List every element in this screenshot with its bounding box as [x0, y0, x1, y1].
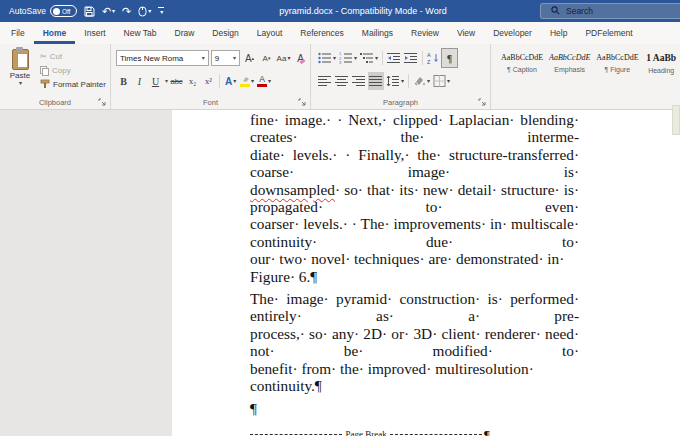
- justify-button[interactable]: [368, 72, 384, 90]
- text-effects-icon: A: [225, 76, 232, 87]
- styles-group: AaBbCcDdE ¶ Caption AaBbCcDdE Emphasis A…: [491, 44, 680, 109]
- increase-indent-button[interactable]: [403, 49, 419, 67]
- style-preview: AaBbCcDdE: [596, 53, 638, 62]
- customize-qat-button[interactable]: ▾: [158, 7, 164, 15]
- font-name-combo[interactable]: Times New Roma ▾: [116, 50, 209, 66]
- tab-help[interactable]: Help: [541, 22, 576, 44]
- clear-formatting-button[interactable]: A: [293, 49, 308, 67]
- style-figure[interactable]: AaBbCcDdE ¶ Figure: [596, 53, 638, 74]
- page-break-dashes: [250, 434, 342, 435]
- redo-button[interactable]: ↷: [122, 6, 131, 17]
- cut-button[interactable]: ✂ Cut: [38, 50, 108, 63]
- italic-button[interactable]: I: [132, 72, 147, 90]
- bullets-icon: [318, 52, 332, 64]
- empty-paragraph-mark: ¶: [250, 400, 579, 417]
- tab-home[interactable]: Home: [34, 22, 76, 44]
- text-effects-button[interactable]: A▾: [223, 72, 238, 90]
- tab-mailings[interactable]: Mailings: [353, 22, 402, 44]
- chevron-down-icon: ▾: [251, 78, 254, 84]
- divider: [219, 74, 220, 88]
- misspelled-word: downsampled: [250, 181, 335, 198]
- caret-down-icon: ▾: [268, 55, 271, 61]
- font-color-button[interactable]: A ▾: [256, 72, 272, 90]
- tab-references[interactable]: References: [291, 22, 352, 44]
- chevron-down-icon: ▾: [268, 78, 271, 84]
- autosave-control[interactable]: AutoSave Off: [9, 5, 77, 17]
- underline-button[interactable]: U: [148, 72, 163, 90]
- style-heading[interactable]: 1 AaBb Heading: [644, 53, 678, 74]
- undo-icon: ↶: [102, 6, 111, 17]
- numbering-button[interactable]: 123 ▾: [338, 49, 358, 67]
- font-size-combo[interactable]: 9 ▾: [211, 50, 240, 66]
- style-emphasis[interactable]: AaBbCcDdE Emphasis: [549, 53, 590, 74]
- line-spacing-button[interactable]: ▾: [385, 72, 405, 90]
- align-left-button[interactable]: [317, 72, 333, 90]
- shrink-font-button[interactable]: A▾: [259, 49, 274, 67]
- highlight-color-button[interactable]: ▾: [239, 72, 255, 90]
- subscript-button[interactable]: x₂: [185, 72, 200, 90]
- bold-button[interactable]: B: [116, 72, 131, 90]
- save-button[interactable]: [84, 6, 95, 17]
- style-preview: 1 AaBb: [644, 53, 678, 63]
- text-line: fine· image.· · Next,· clipped· Laplacia…: [250, 111, 579, 146]
- search-box[interactable]: Search: [540, 3, 680, 19]
- tab-new-tab[interactable]: New Tab: [115, 22, 166, 44]
- superscript-button[interactable]: x²: [201, 72, 216, 90]
- show-formatting-marks-button[interactable]: ¶: [442, 49, 457, 67]
- tab-review[interactable]: Review: [402, 22, 448, 44]
- chevron-down-icon: ▾: [112, 8, 115, 14]
- grow-font-button[interactable]: A▴: [242, 49, 257, 67]
- grow-font-icon: A: [245, 53, 252, 64]
- clipboard-dialog-launcher[interactable]: [98, 98, 107, 107]
- cut-label: Cut: [50, 52, 62, 61]
- decrease-indent-button[interactable]: [386, 49, 402, 67]
- style-label: Heading: [644, 67, 678, 74]
- style-caption[interactable]: AaBbCcDdE ¶ Caption: [501, 53, 543, 74]
- title-bar: AutoSave Off ↶ ▾ ↷ ▾ ▾: [0, 0, 680, 22]
- tab-view[interactable]: View: [448, 22, 484, 44]
- chevron-down-icon: ▾: [401, 78, 404, 84]
- chevron-down-icon: ▾: [333, 55, 336, 61]
- copy-button[interactable]: Copy: [38, 64, 108, 77]
- paragraph-dialog-launcher[interactable]: [478, 98, 487, 107]
- text-line: coarser· levels.· · The· improvements· i…: [250, 215, 579, 250]
- autosave-toggle[interactable]: Off: [50, 5, 77, 17]
- tab-insert[interactable]: Insert: [75, 22, 114, 44]
- align-left-icon: [318, 75, 332, 87]
- paragraph-mark: ¶: [484, 426, 490, 436]
- svg-text:Z: Z: [427, 59, 431, 65]
- divider: [382, 51, 383, 65]
- font-dialog-launcher[interactable]: [298, 98, 307, 107]
- document-page[interactable]: fine· image.· · Next,· clipped· Laplacia…: [172, 110, 680, 436]
- vertical-scrollbar-thumb[interactable]: [672, 105, 680, 135]
- bullets-button[interactable]: ▾: [317, 49, 337, 67]
- sort-button[interactable]: AZ: [426, 49, 441, 67]
- paragraph-group: ▾ 123 ▾ ▾ AZ ¶: [311, 44, 491, 109]
- align-right-button[interactable]: [351, 72, 367, 90]
- chevron-down-icon: ▾: [287, 55, 290, 61]
- paste-label: Paste: [10, 71, 30, 80]
- chevron-down-icon: ▾: [233, 55, 236, 61]
- touch-mouse-mode-button[interactable]: ▾: [138, 6, 151, 17]
- svg-text:3: 3: [339, 60, 342, 64]
- change-case-button[interactable]: Aa▾: [276, 49, 291, 67]
- chevron-down-icon: ▾: [233, 78, 236, 84]
- tab-draw[interactable]: Draw: [166, 22, 204, 44]
- format-painter-button[interactable]: Format Painter: [38, 78, 108, 91]
- shading-button[interactable]: ▾: [412, 72, 431, 90]
- tab-file[interactable]: File: [2, 22, 34, 44]
- borders-button[interactable]: ▾: [432, 72, 451, 90]
- tab-pdfelement[interactable]: PDFelement: [576, 22, 641, 44]
- chevron-down-icon[interactable]: ▾: [165, 78, 168, 84]
- tab-design[interactable]: Design: [203, 22, 247, 44]
- tab-layout[interactable]: Layout: [248, 22, 292, 44]
- tab-developer[interactable]: Developer: [484, 22, 541, 44]
- clipboard-group-label: Clipboard: [39, 98, 71, 107]
- save-icon: [84, 6, 95, 17]
- align-center-button[interactable]: [334, 72, 350, 90]
- font-group: Times New Roma ▾ 9 ▾ A▴ A▾ Aa▾ A B I U: [111, 44, 311, 109]
- multilevel-list-button[interactable]: ▾: [359, 49, 379, 67]
- undo-button[interactable]: ↶ ▾: [102, 6, 115, 17]
- strikethrough-button[interactable]: abc: [169, 72, 184, 90]
- multilevel-list-icon: [360, 52, 374, 64]
